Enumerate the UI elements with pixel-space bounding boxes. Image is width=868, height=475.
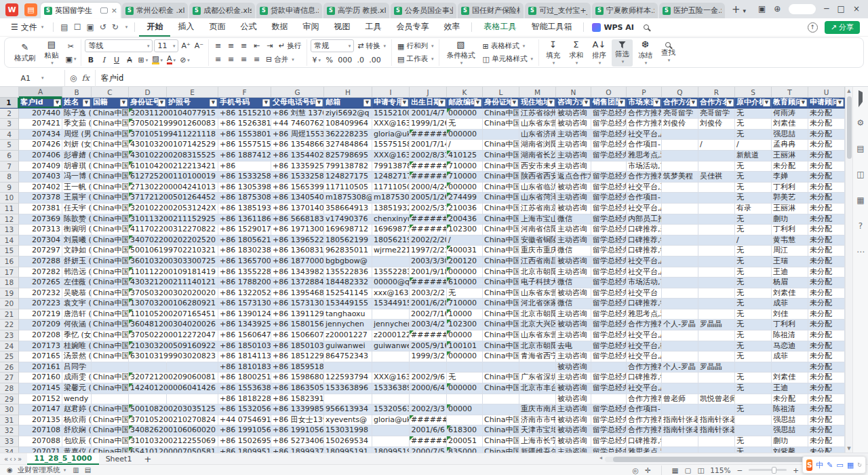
cell[interactable]: 310113200211152925 [129, 214, 167, 225]
cell[interactable]: 留学总经办 [591, 235, 627, 246]
cell[interactable]: 被动咨询 [556, 183, 591, 193]
cell[interactable]: ######### [410, 172, 447, 183]
cell[interactable] [92, 362, 129, 373]
cell[interactable]: 未分配 [808, 436, 845, 447]
freeze-button[interactable]: ❆冻结▾ [635, 39, 656, 66]
cell[interactable]: 410125 [447, 151, 483, 162]
cell[interactable]: China中国 [483, 183, 519, 193]
cell[interactable]: 未分配 [808, 330, 845, 341]
cell[interactable]: 207173 [19, 341, 62, 352]
cell[interactable] [519, 362, 556, 373]
cell[interactable]: 未分配 [808, 415, 845, 426]
cell[interactable] [698, 383, 735, 394]
cell[interactable]: 蒯玏 [772, 436, 808, 447]
cell[interactable] [662, 299, 698, 309]
column-letter-C[interactable]: C [92, 87, 129, 98]
cell[interactable]: 207426 [19, 140, 62, 151]
thousands-button[interactable]: 000 [336, 54, 353, 66]
column-letter-G[interactable]: G [271, 87, 324, 98]
cell[interactable]: 留学总经办 [591, 183, 627, 193]
file-tab-4[interactable]: S高学历 教授.xlsx [323, 3, 389, 18]
cell[interactable]: 留学总经办 [591, 447, 627, 453]
cell[interactable]: 北京市朝阳 [519, 267, 556, 278]
align-left-button[interactable]: ≡ [212, 54, 224, 65]
font-color-button[interactable]: A▾ [165, 54, 177, 66]
cell[interactable]: 153205634 [372, 404, 410, 415]
borders-button[interactable]: ⊞▾ [136, 54, 149, 66]
cell[interactable]: 北京市朝阳 [519, 341, 556, 352]
cell[interactable]: +86 15606475 [218, 330, 271, 341]
cell[interactable]: China中国 [483, 172, 519, 183]
cell[interactable]: 210036 [447, 204, 483, 214]
row-header[interactable]: 5 [0, 140, 19, 151]
cell[interactable]: 被动咨询 [556, 119, 591, 130]
zoom-slider-thumb[interactable] [772, 467, 776, 474]
cell[interactable]: 未分配 [808, 109, 845, 119]
cell[interactable] [698, 404, 735, 415]
column-letter-F[interactable]: F [218, 87, 271, 98]
cell[interactable]: 周煜 (男) [62, 130, 92, 140]
cell[interactable]: 被动咨询 [556, 425, 591, 436]
cell[interactable]: 广东省深圳 [519, 373, 556, 383]
cell[interactable]: 雅思考点,雅 [627, 447, 662, 453]
cell[interactable]: 留学总经办 [591, 204, 627, 214]
cell[interactable]: +86 1370140948 [271, 204, 324, 214]
cell[interactable] [662, 404, 698, 415]
tab-smart-toolbox[interactable]: 智能工具箱 [524, 18, 579, 37]
cell[interactable] [698, 447, 735, 453]
cell[interactable]: 社交平台,/ [627, 130, 662, 140]
row-header[interactable]: 28 [0, 383, 19, 394]
filter-button[interactable]: ▼ [653, 99, 660, 107]
cell[interactable]: chenxinyur [372, 214, 410, 225]
cell[interactable]: +86 18302388 [218, 246, 271, 256]
cell[interactable]: 个人-罗晶 [662, 320, 698, 330]
cell[interactable] [324, 394, 372, 405]
cell[interactable]: +86 [218, 162, 271, 172]
cell[interactable]: +86 13611860 [218, 214, 271, 225]
cell[interactable]: 2002/9/6 [410, 373, 447, 383]
cell[interactable]: 主动咨询 [556, 193, 591, 204]
cell[interactable]: 000000 [447, 267, 483, 278]
zoom-slider[interactable] [749, 469, 787, 471]
cell[interactable]: 207378 [19, 193, 62, 204]
cell[interactable]: m1875308@ [324, 193, 372, 204]
cell[interactable]: 无 [447, 288, 483, 299]
cell[interactable]: +86 18141137 [218, 352, 271, 362]
panes-icon[interactable]: ▤ [856, 144, 864, 153]
cell[interactable]: China中国 [92, 267, 129, 278]
bold-button[interactable]: B [85, 54, 96, 66]
row-header[interactable]: 19 [0, 288, 19, 299]
cell[interactable]: 360481200304020026 [129, 320, 167, 330]
cell[interactable]: 00000 [447, 404, 483, 415]
macro-record-icon[interactable]: ▥ [73, 466, 79, 474]
cell[interactable]: 北京大兴区 [519, 320, 556, 330]
cell[interactable]: 舒欣娴 (女 [62, 425, 92, 436]
cell[interactable]: 无 [447, 119, 483, 130]
cell[interactable]: +86 1598680231 [271, 373, 324, 383]
filter-button[interactable]: ▼ [690, 99, 697, 107]
cell[interactable]: 153031998 [324, 425, 372, 436]
cell[interactable]: +86 18182281 [218, 394, 271, 405]
cell[interactable]: 冯一博 (男 [62, 172, 92, 183]
cell[interactable]: China中国 [483, 119, 519, 130]
filter-button[interactable]: ▼ [618, 99, 625, 107]
cell[interactable]: 留学总经办 [591, 278, 627, 288]
cell[interactable]: 未分配 [808, 183, 845, 193]
cell[interactable]: 825798695 [324, 151, 372, 162]
cell[interactable]: ######### [410, 130, 447, 140]
cell[interactable]: +86 18753080 [218, 193, 271, 204]
cell[interactable]: 重庆市重庆 [519, 246, 556, 256]
find-button[interactable]: 查找▾ [658, 39, 679, 66]
cell[interactable] [372, 352, 410, 362]
cell[interactable]: 207108 [19, 425, 62, 436]
cell[interactable]: 山东省济南 [519, 130, 556, 140]
tab-页面[interactable]: 页面 [201, 18, 233, 37]
cell[interactable]: 2002/3/3 [410, 404, 447, 415]
cell[interactable]: 合作方推荐 [627, 362, 662, 373]
cell[interactable]: 社交平台,/ [627, 267, 662, 278]
cell[interactable]: 2002/8/31 [410, 151, 447, 162]
cell[interactable]: China中国 [483, 309, 519, 320]
cell[interactable]: 吕同学 [62, 362, 92, 373]
tab-视图[interactable]: 视图 [326, 18, 357, 37]
cell[interactable]: 207145 [19, 383, 62, 394]
